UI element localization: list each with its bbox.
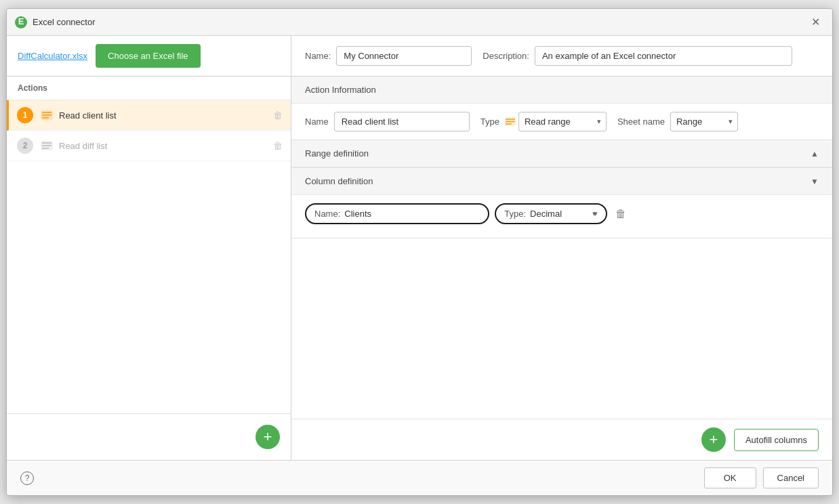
action-num-1: 1 [17, 107, 33, 123]
ok-button[interactable]: OK [704, 467, 756, 488]
add-column-button[interactable]: + [701, 427, 726, 452]
bottom-bar: ? OK Cancel [7, 460, 832, 495]
help-icon[interactable]: ? [20, 471, 34, 485]
col-def-title: Column definition [305, 176, 373, 186]
type-select[interactable]: Read range [518, 112, 607, 131]
actions-list: 1 Read client list 🗑 2 Read diff list 🗑 [7, 100, 291, 413]
action-info-title: Action Information [305, 85, 376, 95]
col-def-chevron: ▼ [811, 177, 819, 186]
action-info-header[interactable]: Action Information [291, 77, 832, 104]
desc-field-group: Description: [483, 46, 792, 66]
title-bar-left: E Excel connector [15, 16, 96, 28]
action-item-2[interactable]: 2 Read diff list 🗑 [7, 131, 291, 161]
col-def-header[interactable]: Column definition ▼ [291, 168, 832, 195]
autofill-button[interactable]: Autofill columns [734, 429, 819, 451]
right-footer-left: + [701, 427, 726, 452]
desc-label: Description: [483, 51, 529, 61]
sheet-name-select[interactable]: Range [670, 112, 738, 131]
delete-action-2-icon[interactable]: 🗑 [273, 140, 283, 151]
left-header: DiffCalculator.xlsx Choose an Excel file [7, 36, 291, 77]
right-footer: + Autofill columns [291, 419, 832, 460]
action-name-2: Read diff list [59, 141, 273, 151]
action-num-2: 2 [17, 138, 33, 154]
actions-label: Actions [7, 77, 291, 100]
connector-desc-input[interactable] [535, 46, 792, 66]
action-name-label: Name [305, 117, 329, 127]
right-header: Name: Description: [291, 36, 832, 77]
col-row-1: Name: Type: Text Decimal I [305, 203, 819, 224]
col-type-select[interactable]: Text Decimal Integer Boolean Date [530, 209, 598, 219]
col-delete-icon[interactable]: 🗑 [615, 208, 626, 220]
action-name-input[interactable] [334, 112, 470, 131]
read-range-icon-1 [40, 110, 54, 121]
choose-file-button[interactable]: Choose an Excel file [96, 44, 201, 68]
left-panel: DiffCalculator.xlsx Choose an Excel file… [7, 36, 291, 460]
main-content: DiffCalculator.xlsx Choose an Excel file… [7, 36, 832, 460]
col-def-body: Name: Type: Text Decimal I [291, 195, 832, 238]
sheet-name-label: Sheet name [617, 117, 665, 127]
title-bar: E Excel connector ✕ [7, 9, 832, 36]
add-action-button[interactable]: + [255, 425, 280, 449]
col-type-group: Type: Text Decimal Integer Boolean Date [495, 203, 607, 224]
name-label: Name: [305, 51, 331, 61]
right-body: Action Information Name Type [291, 77, 832, 419]
right-panel: Name: Description: Action Information [291, 36, 832, 460]
range-def-section: Range definition ▲ [291, 140, 832, 168]
delete-action-1-icon[interactable]: 🗑 [273, 110, 283, 121]
action-name-1: Read client list [59, 110, 273, 121]
action-item-1[interactable]: 1 Read client list 🗑 [7, 100, 291, 131]
col-name-input[interactable] [344, 209, 480, 219]
dialog-title: Excel connector [33, 17, 96, 27]
col-name-group: Name: [305, 203, 489, 224]
range-def-title: Range definition [305, 148, 369, 159]
type-select-wrapper: Read range [505, 112, 607, 131]
col-type-select-wrapper: Text Decimal Integer Boolean Date ▾ [530, 209, 598, 219]
action-info-section: Action Information Name Type [291, 77, 832, 140]
sheet-name-select-wrapper: Range [670, 112, 738, 131]
type-field: Type Read range [480, 112, 607, 131]
app-icon: E [15, 16, 27, 28]
bottom-buttons: OK Cancel [704, 467, 819, 488]
connector-name-input[interactable] [336, 46, 472, 66]
cancel-button[interactable]: Cancel [763, 467, 819, 488]
file-link[interactable]: DiffCalculator.xlsx [18, 51, 87, 61]
action-info-body: Name Type Read range [291, 104, 832, 140]
read-range-icon-2 [40, 140, 54, 151]
excel-connector-dialog: E Excel connector ✕ DiffCalculator.xlsx … [6, 8, 833, 496]
name-field-group: Name: [305, 46, 472, 66]
range-def-chevron: ▲ [811, 149, 819, 159]
svg-text:E: E [18, 18, 24, 26]
col-name-label: Name: [314, 209, 340, 219]
type-label: Type [480, 117, 499, 127]
left-footer: + [7, 413, 291, 460]
range-def-header[interactable]: Range definition ▲ [291, 140, 832, 167]
col-def-section: Column definition ▼ Name: Typ [291, 168, 832, 238]
sheet-name-field: Sheet name Range [617, 112, 738, 131]
action-name-field: Name [305, 112, 470, 131]
col-type-label: Type: [504, 209, 526, 219]
close-button[interactable]: ✕ [807, 14, 824, 30]
